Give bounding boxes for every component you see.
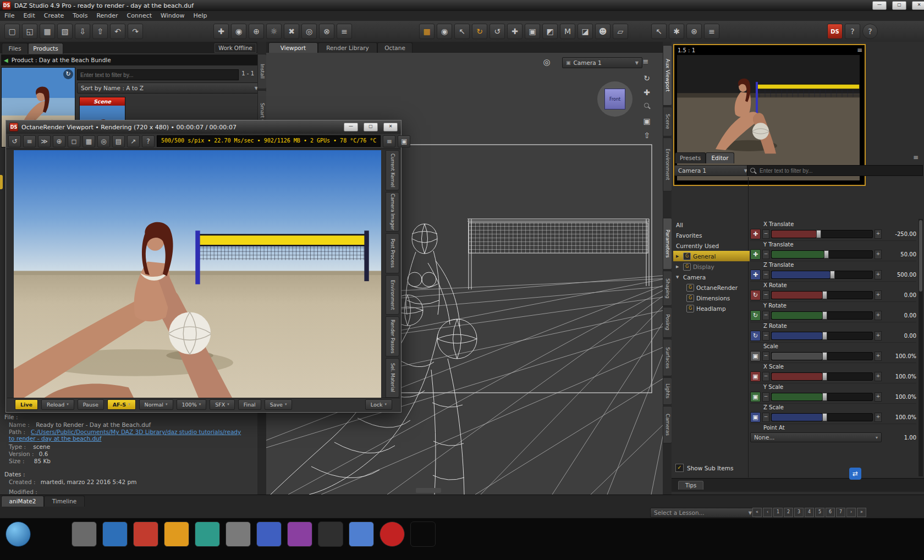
import-icon[interactable]: ⇩ [75, 24, 90, 39]
octane-close-button[interactable]: ✕ [383, 123, 398, 131]
decrement-button[interactable]: − [762, 352, 769, 361]
zoom-level-button[interactable]: 100%▾ [177, 399, 207, 410]
geometry-editor-icon[interactable]: ◪ [578, 24, 593, 39]
scale-tool-icon[interactable]: ▣ [525, 24, 540, 39]
tab-editor[interactable]: Editor [706, 152, 734, 163]
create-group-icon[interactable]: ⊗ [319, 24, 334, 39]
param-value[interactable]: 500.00 [883, 272, 916, 278]
dock-tab-shaping[interactable]: Shaping [663, 271, 672, 306]
live-button[interactable]: Live [15, 399, 38, 410]
param-value[interactable]: 100.0% [883, 394, 916, 400]
decrement-button[interactable]: − [762, 250, 769, 259]
translate-tool-icon[interactable]: ✚ [507, 24, 522, 39]
aim-camera-icon[interactable]: ◉ [437, 24, 452, 39]
octane-render-view[interactable] [14, 150, 381, 398]
group-item-dimensions[interactable]: G Dimensions [673, 293, 760, 303]
octane-maximize-button[interactable]: ▢ [364, 123, 378, 131]
continue-render-icon[interactable]: ≫ [38, 135, 51, 147]
reset-view-icon[interactable]: ⇧ [641, 130, 652, 141]
dock-tab-environment[interactable]: Environment [663, 138, 672, 191]
expander-icon[interactable]: ▶ [676, 254, 681, 259]
param-slider[interactable] [771, 230, 873, 238]
lesson-nav-button[interactable]: 7 [836, 508, 845, 517]
param-value[interactable]: 100.0% [883, 374, 916, 380]
taskbar-app-icon[interactable] [318, 521, 343, 547]
decrement-button[interactable]: − [762, 392, 769, 402]
group-item-all[interactable]: All [673, 219, 750, 230]
subsample-grid-icon[interactable]: ▦ [82, 135, 95, 147]
lesson-nav-button[interactable]: 3 [794, 508, 804, 517]
tab-render-library[interactable]: Render Library [318, 42, 377, 53]
increment-button[interactable]: + [875, 413, 882, 422]
active-pose-tool-icon[interactable]: ↻ [472, 24, 487, 39]
param-value[interactable]: -250.00 [883, 231, 916, 237]
param-value[interactable]: 100.0% [883, 353, 916, 359]
param-slider[interactable] [771, 271, 873, 279]
decrement-button[interactable]: − [762, 311, 769, 320]
help-icon[interactable]: ? [862, 24, 878, 39]
taskbar-app-icon[interactable] [380, 521, 405, 547]
autofocus-button[interactable]: AF-S▾ [107, 399, 136, 410]
display-mode-button[interactable]: Normal▾ [139, 399, 173, 410]
create-light-icon[interactable]: ☼ [266, 24, 282, 39]
viewport-resize-handle[interactable] [416, 488, 441, 493]
group-item-camera[interactable]: ▼ Camera [673, 272, 750, 282]
taskbar-app-icon[interactable] [164, 521, 189, 547]
remote-access-tray-icon[interactable]: ⇄ [849, 468, 861, 480]
lock-resolution-icon[interactable]: ◎ [97, 135, 110, 147]
increment-button[interactable]: + [875, 372, 882, 381]
upload-scene-icon[interactable]: ↗ [127, 135, 140, 147]
save-icon[interactable]: ▦ [40, 24, 55, 39]
refresh-product-icon[interactable]: ↻ [63, 69, 73, 79]
viewport-camera-selector[interactable]: ▣ Camera 1 ▼ [562, 57, 642, 68]
render-settings-icon[interactable]: ▦ [419, 24, 435, 39]
figure-setup-icon[interactable]: ☻ [595, 24, 610, 39]
increment-button[interactable]: + [875, 270, 882, 279]
lock-button[interactable]: Lock▾ [365, 399, 392, 410]
start-button[interactable] [6, 521, 31, 547]
dock-tab-cameras[interactable]: Cameras [663, 406, 672, 443]
minimize-button[interactable]: — [872, 1, 887, 10]
lesson-dropdown[interactable]: Select a Lesson... ▼ [650, 508, 756, 518]
taskbar-app-icon[interactable] [349, 521, 374, 547]
pan-view-icon[interactable]: ✚ [641, 87, 652, 98]
lesson-nav-button[interactable]: 2 [784, 508, 793, 517]
param-slider[interactable] [771, 352, 873, 360]
increment-button[interactable]: + [875, 229, 882, 239]
aux-pane-menu-icon[interactable]: ≡ [857, 46, 862, 54]
surface-selection-tool-icon[interactable]: ◩ [542, 24, 558, 39]
undo-icon[interactable]: ↶ [110, 24, 125, 39]
lesson-nav-button[interactable]: » [857, 508, 866, 517]
param-slider[interactable] [771, 393, 873, 401]
pause-button[interactable]: Pause [78, 399, 104, 410]
menu-help[interactable]: Help [189, 11, 211, 21]
menu-create[interactable]: Create [40, 11, 69, 21]
menu-render[interactable]: Render [92, 11, 122, 21]
decrement-button[interactable]: − [762, 290, 769, 300]
lesson-nav-button[interactable]: 5 [815, 508, 824, 517]
parameters-camera-selector[interactable]: Camera 1 ▼ [674, 165, 751, 176]
spot-render-icon[interactable]: ✱ [669, 24, 684, 39]
taskbar-app-icon[interactable] [226, 521, 251, 547]
primitive-tool-icon[interactable]: ▱ [613, 24, 628, 39]
point-at-dropdown[interactable]: None... ▾ [750, 432, 882, 442]
menu-edit[interactable]: Edit [19, 11, 39, 21]
param-slider[interactable] [771, 332, 873, 340]
dock-tab-aux-viewport[interactable]: Aux Viewport [663, 45, 672, 106]
create-null-icon[interactable]: ◎ [301, 24, 317, 39]
lesson-nav-button[interactable]: 1 [773, 508, 783, 517]
zoom-view-icon[interactable] [641, 101, 652, 112]
dock-tab-install[interactable]: Install [257, 54, 267, 89]
increment-button[interactable]: + [875, 311, 882, 320]
decrement-button[interactable]: − [762, 229, 769, 239]
expander-icon[interactable]: ▶ [676, 265, 681, 269]
dock-tab-surfaces[interactable]: Surfaces [663, 339, 672, 376]
taskbar-app-icon[interactable] [72, 521, 97, 547]
daz-connect-icon[interactable]: DS [827, 24, 843, 39]
delete-node-icon[interactable]: ✖ [284, 24, 299, 39]
scene-list-icon[interactable]: ≡ [337, 24, 352, 39]
work-offline-badge[interactable]: Work Offline [215, 43, 256, 53]
snapshot-icon[interactable]: ▣ [398, 135, 410, 147]
render-settings-icon[interactable]: ≡ [23, 135, 36, 147]
region-render-icon[interactable]: ◻ [68, 135, 80, 147]
